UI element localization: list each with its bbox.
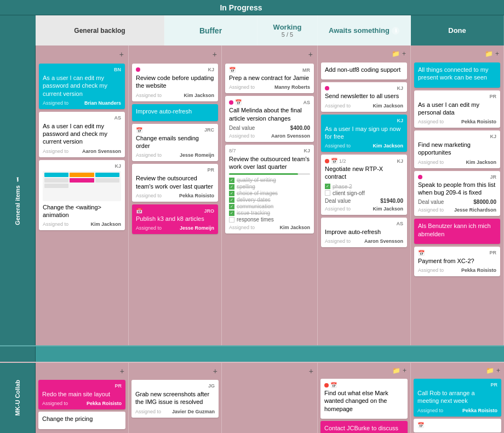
folder-icon: 📁 — [392, 50, 400, 58]
card-done-2[interactable]: PR As a user I can edit my personal data… — [414, 90, 500, 128]
buffer-col-header: Buffer — [164, 15, 257, 45]
done-add-button[interactable]: 📁 + — [414, 49, 500, 60]
card-working-1[interactable]: 📅 MR Prep a new contract for Jamie Assig… — [225, 64, 314, 93]
card-buffer-1[interactable]: KJ Review code before updating the websi… — [132, 64, 218, 101]
checklist-item: ✓ quality of writing — [229, 177, 310, 183]
awaits-add-button[interactable]: 📁 + — [321, 49, 407, 60]
done-header-space — [411, 0, 504, 15]
dot-pink-w2 — [229, 100, 233, 105]
check-done-icon: ✓ — [229, 178, 234, 183]
general-backlog-column: + BN As a user I can edit my password an… — [36, 45, 129, 345]
card-awaits-4[interactable]: 📅 1/2 KJ Negotiate new RTP-X contract ✓ … — [321, 155, 407, 215]
working-add-button[interactable]: + — [225, 49, 314, 61]
done-column: 📁 + All things connected to my present w… — [411, 45, 504, 345]
card-buffer-2[interactable]: Improve auto-refresh — [132, 104, 218, 121]
bottom-general-col: + PR Redo the main site layout Assigned … — [36, 363, 129, 433]
bottom-card-general-2[interactable]: Change the pricing — [38, 412, 125, 429]
card-buffer-4[interactable]: PR Review the outsourced team's work ove… — [132, 164, 218, 202]
card-done-1[interactable]: All things connected to my present work … — [414, 62, 500, 88]
general-add-button[interactable]: + — [39, 49, 125, 61]
sidebar-header-empty — [0, 0, 36, 15]
columns-area: + BN As a user I can edit my password an… — [36, 45, 504, 345]
mku-collab-label: MK-U Collab — [14, 380, 21, 415]
bottom-awaits-col: 📁 + 📅 Find out what else Mark wanted cha… — [318, 363, 411, 433]
calendar-icon-w2: 📅 — [235, 99, 242, 105]
buffer-add-button[interactable]: + — [132, 49, 218, 61]
card-general-2[interactable]: AS As a user I can edit my password and … — [39, 112, 125, 157]
card-done-4[interactable]: JR Speak to people from this list when b… — [414, 171, 500, 216]
calendar-icon-w1: 📅 — [229, 67, 236, 73]
header-row1: In Progress — [0, 0, 504, 15]
card-done-5[interactable]: Als Benutzer kann ich mich abmelden — [414, 219, 500, 244]
general-backlog-header-space — [36, 0, 164, 15]
dot-red-bottom — [324, 383, 329, 388]
bottom-card-awaits-2[interactable]: Contact JCBurke to discuss — [320, 421, 408, 433]
awaits-col-header: Awaits something ℹ — [318, 15, 411, 45]
bottom-general-add[interactable]: + — [38, 366, 125, 378]
bottom-buffer-add[interactable]: + — [131, 366, 219, 378]
card-done-6[interactable]: 📅 PR Payment from XC-2? Assigned to Pekk… — [414, 247, 500, 276]
bottom-buffer-col: + JG Grab new screenshots after the IMG … — [129, 363, 222, 433]
folder-done-icon: 📁 — [485, 50, 493, 58]
calendar-icon: 📅 — [136, 127, 142, 133]
dot-pink-icon — [136, 67, 140, 72]
card-done-3[interactable]: KJ Find new marketing opportunites Assig… — [414, 130, 500, 168]
bottom-working-add[interactable]: + — [225, 366, 314, 378]
awaits-header-space — [318, 0, 411, 15]
sidebar-general-items: General items ℹ — [0, 45, 36, 345]
awaits-column: 📁 + Add non-utf8 coding support KJ Send … — [318, 45, 411, 345]
main-area: General items ℹ + BN As a user I can edi… — [0, 45, 504, 345]
header-row2: General backlog Buffer Working 5 / 5 Awa… — [0, 15, 504, 45]
bottom-done-add[interactable]: 📁 + — [414, 366, 501, 377]
card-buffer-3[interactable]: 📅 JRC Change emails sending order Assign… — [132, 124, 218, 162]
awaits-info-icon[interactable]: ℹ — [392, 27, 399, 35]
done-col-header: Done — [411, 15, 504, 45]
dot-awaits-2 — [325, 86, 329, 90]
bottom-area: MK-U Collab + PR Redo the main site layo… — [0, 362, 504, 433]
bottom-working-col: + — [222, 363, 318, 433]
calendar-done-6: 📅 — [418, 250, 425, 256]
bottom-card-done-1[interactable]: PR Call Rob to arrange a meeting next we… — [414, 379, 501, 417]
card-buffer-5[interactable]: 📅 JRO Publish k3 and k8 articles Assigne… — [132, 204, 218, 234]
mini-kanban — [43, 171, 121, 201]
bottom-card-done-2[interactable]: 📅 — [414, 419, 501, 432]
card-awaits-3[interactable]: KJ As a user I may sign up now for free … — [321, 115, 407, 152]
card-working-2[interactable]: 📅 AS Call Melinda about the final articl… — [225, 96, 314, 142]
bottom-card-awaits-1[interactable]: 📅 Find out what else Mark wanted changed… — [320, 379, 408, 419]
bottom-done-col: 📁 + PR Call Rob to arrange a meeting nex… — [411, 363, 504, 433]
working-column: + 📅 MR Prep a new contract for Jamie Ass… — [222, 45, 318, 345]
dot-done-4 — [418, 175, 422, 179]
bottom-card-buffer-1[interactable]: JG Grab new screenshots after the IMG is… — [131, 380, 219, 418]
buffer-column: + KJ Review code before updating the web… — [129, 45, 222, 345]
in-progress-header: In Progress — [164, 0, 318, 15]
card-awaits-2[interactable]: KJ Send newsletter to all users Assigned… — [321, 82, 407, 111]
card-general-3[interactable]: KJ — [39, 160, 125, 231]
dot-red-a4 — [325, 159, 329, 163]
card-working-3[interactable]: 8/7 KJ Review the outsourced team's work… — [225, 145, 314, 234]
card-awaits-1[interactable]: Add non-utf8 coding support — [321, 62, 407, 79]
working-col-header: Working 5 / 5 — [257, 15, 318, 45]
bottom-awaits-add[interactable]: 📁 + — [320, 366, 408, 377]
calendar-icon-2: 📅 — [136, 208, 142, 214]
card-general-1[interactable]: BN As a user I can edit my password and … — [39, 64, 125, 109]
board: In Progress General backlog Buffer Worki… — [0, 0, 504, 433]
general-backlog-col-header: General backlog — [36, 15, 164, 45]
sidebar-header2 — [0, 15, 36, 45]
card-awaits-5[interactable]: AS Improve auto-refresh Assigned to Aaro… — [321, 218, 407, 247]
bottom-card-general-1[interactable]: PR Redo the main site layout Assigned to… — [38, 380, 125, 409]
